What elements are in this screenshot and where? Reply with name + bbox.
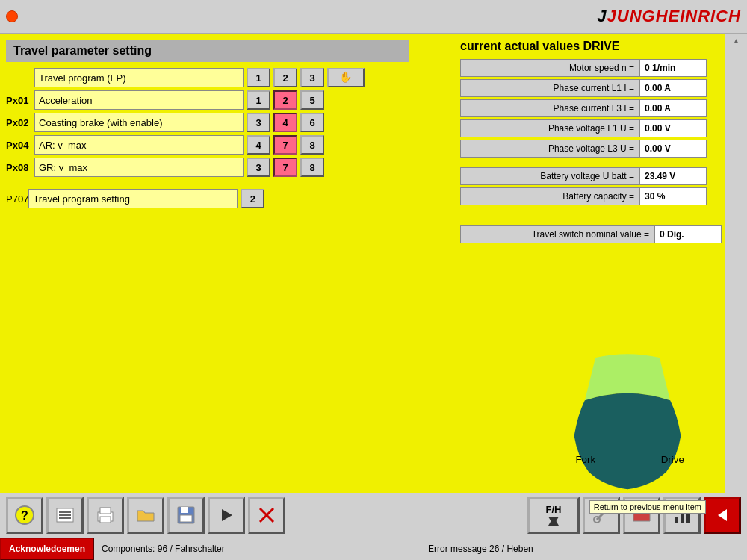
- px08-input[interactable]: [34, 158, 244, 177]
- brand-logo: JJUNGHEINRICH: [597, 7, 741, 26]
- px02-row: Px02 3 4 6: [6, 113, 454, 132]
- px04-btn3[interactable]: 8: [300, 135, 324, 155]
- left-panel: Travel parameter setting 1 2 3 ✋ Px01 1 …: [6, 40, 454, 487]
- close-icon: [256, 505, 277, 526]
- svg-marker-16: [222, 509, 232, 521]
- tp-btn-1[interactable]: 1: [247, 68, 270, 87]
- svg-rect-24: [675, 517, 678, 523]
- travel-program-input[interactable]: [34, 68, 244, 87]
- phase-voltage-l1-value: 0.00 V: [639, 119, 707, 137]
- print-icon: [95, 505, 116, 526]
- motor-speed-value: 0 1/min: [639, 59, 707, 77]
- px02-btn2[interactable]: 4: [273, 113, 297, 132]
- travel-switch-value: 0 Dig.: [654, 225, 722, 243]
- px08-row: Px08 3 7 8: [6, 158, 454, 177]
- list-button[interactable]: [46, 497, 84, 534]
- px01-btn1[interactable]: 1: [247, 90, 270, 110]
- motor-speed-row: Motor speed n = 0 1/min: [460, 59, 741, 77]
- fh-arrows-icon: [542, 515, 565, 527]
- toolbar-row: ?: [0, 493, 747, 538]
- tp-btn-2[interactable]: 2: [273, 68, 297, 87]
- px02-btn3[interactable]: 6: [300, 113, 324, 132]
- phase-current-l3-row: Phase current L3 I = 0.00 A: [460, 99, 741, 117]
- phase-current-l1-row: Phase current L1 I = 0.00 A: [460, 79, 741, 97]
- px02-btn1[interactable]: 3: [247, 113, 270, 132]
- arrow-right-icon: [216, 505, 237, 526]
- svg-rect-12: [100, 517, 111, 523]
- svg-rect-15: [180, 515, 192, 522]
- p707-label: P707: [6, 193, 28, 205]
- travel-switch-label: Travel switch nominal value =: [460, 225, 654, 243]
- tp-btn-3[interactable]: 3: [300, 68, 324, 87]
- px08-id: Px08: [6, 162, 34, 173]
- svg-rect-25: [681, 512, 684, 523]
- fh-button[interactable]: F/H: [527, 497, 580, 534]
- phase-current-l1-label: Phase current L1 I =: [460, 79, 639, 97]
- p707-input[interactable]: [28, 189, 238, 208]
- svg-marker-27: [718, 509, 727, 521]
- svg-text:?: ?: [21, 509, 28, 522]
- px04-btn1[interactable]: 4: [247, 135, 270, 155]
- fork-drive-diagram: Fork Drive: [534, 343, 721, 493]
- hand-icon: ✋: [335, 69, 357, 86]
- travel-switch-row: Travel switch nominal value = 0 Dig.: [460, 225, 741, 243]
- px08-btn3[interactable]: 8: [300, 158, 324, 177]
- battery-voltage-row: Battery voltage U batt = 23.49 V: [460, 167, 741, 185]
- battery-capacity-row: Battery capacity = 30 %: [460, 187, 741, 205]
- phase-current-l1-value: 0.00 A: [639, 79, 707, 97]
- save-button[interactable]: [167, 497, 205, 534]
- print-button[interactable]: [87, 497, 124, 534]
- list-icon: [55, 505, 75, 526]
- travel-param-title: Travel parameter setting: [6, 40, 409, 62]
- top-bar: JJUNGHEINRICH: [0, 0, 747, 34]
- return-tooltip: Return to previous menu item: [589, 500, 706, 514]
- close-button[interactable]: [248, 497, 285, 534]
- px08-btn2[interactable]: 7: [273, 158, 297, 177]
- status-bar: Acknowledoemen Components: 96 / Fahrscha…: [0, 538, 747, 560]
- status-error: Error message 26 / Heben: [421, 538, 747, 560]
- help-button[interactable]: ?: [6, 497, 43, 534]
- px01-input[interactable]: [34, 90, 244, 110]
- svg-rect-14: [181, 507, 188, 513]
- px01-id: Px01: [6, 95, 34, 106]
- px04-btn2[interactable]: 7: [273, 135, 297, 155]
- phase-voltage-l3-value: 0.00 V: [639, 140, 707, 158]
- traffic-light-indicator: [6, 10, 18, 22]
- px04-row: Px04 4 7 8: [6, 135, 454, 155]
- px02-input[interactable]: [34, 113, 244, 132]
- phase-voltage-l1-row: Phase voltage L1 U = 0.00 V: [460, 119, 741, 137]
- arrow-button[interactable]: [208, 497, 245, 534]
- back-button[interactable]: [704, 497, 741, 534]
- svg-text:Fork: Fork: [575, 454, 595, 465]
- phase-voltage-l1-label: Phase voltage L1 U =: [460, 119, 639, 137]
- px02-id: Px02: [6, 117, 34, 128]
- px01-row: Px01 1 2 5: [6, 90, 454, 110]
- phase-current-l3-value: 0.00 A: [639, 99, 707, 117]
- save-icon: [176, 505, 196, 526]
- folder-button[interactable]: [127, 497, 164, 534]
- battery-voltage-label: Battery voltage U batt =: [460, 167, 639, 185]
- travel-program-row: 1 2 3 ✋: [6, 68, 454, 87]
- motor-speed-label: Motor speed n =: [460, 59, 639, 77]
- status-components: Components: 96 / Fahrschalter: [94, 538, 421, 560]
- battery-capacity-label: Battery capacity =: [460, 187, 639, 205]
- battery-voltage-value: 23.49 V: [639, 167, 707, 185]
- phase-voltage-l3-label: Phase voltage L3 U =: [460, 140, 639, 158]
- px01-btn3[interactable]: 5: [300, 90, 324, 110]
- phase-current-l3-label: Phase current L3 I =: [460, 99, 639, 117]
- p707-btn[interactable]: 2: [241, 189, 264, 208]
- px04-input[interactable]: [34, 135, 244, 155]
- svg-text:✋: ✋: [339, 71, 353, 84]
- svg-rect-11: [100, 508, 111, 514]
- p707-row: P707 2: [6, 189, 454, 208]
- folder-icon: [135, 505, 156, 526]
- status-acknowledge[interactable]: Acknowledoemen: [0, 538, 94, 560]
- back-arrow-icon: [713, 506, 731, 524]
- phase-voltage-l3-row: Phase voltage L3 U = 0.00 V: [460, 140, 741, 158]
- fh-label: F/H: [546, 504, 562, 515]
- diagram-area: Fork Drive: [515, 321, 740, 493]
- px01-btn2[interactable]: 2: [273, 90, 297, 110]
- hand-icon-button[interactable]: ✋: [327, 68, 365, 87]
- actual-values-title: current actual values DRIVE: [460, 40, 741, 53]
- px08-btn1[interactable]: 3: [247, 158, 270, 177]
